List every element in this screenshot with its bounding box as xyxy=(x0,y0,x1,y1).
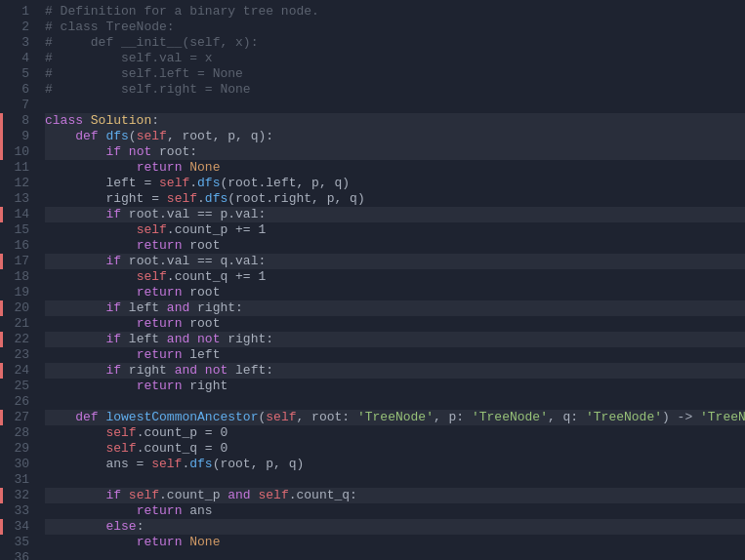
code-line: class Solution: xyxy=(45,113,745,129)
token: (root, p, q) xyxy=(213,457,305,472)
token xyxy=(45,363,105,379)
line-number: 25 xyxy=(0,379,37,394)
line-number: 27 xyxy=(0,410,37,425)
code-line: # class TreeNode: xyxy=(45,20,745,35)
code-line: right = self.dfs(root.right, p, q) xyxy=(45,191,745,207)
token: return xyxy=(137,379,190,394)
token: # self.left = None xyxy=(45,66,243,82)
token: dfs xyxy=(189,457,212,472)
line-number: 34 xyxy=(0,519,37,535)
line-number: 15 xyxy=(0,222,37,238)
token: self xyxy=(151,457,182,472)
token: (root.left, p, q) xyxy=(220,176,350,191)
line-number: 32 xyxy=(0,488,37,503)
token: if xyxy=(105,207,128,222)
token: if xyxy=(105,332,128,347)
token xyxy=(45,207,105,222)
token: self xyxy=(137,269,167,285)
token: ans xyxy=(189,503,212,519)
code-line: def dfs(self, root, p, q): xyxy=(45,129,745,144)
token: return xyxy=(137,535,190,550)
token: root.val == q.val: xyxy=(129,254,266,269)
token: and xyxy=(167,300,197,316)
token: dfs xyxy=(205,191,228,207)
token: left xyxy=(129,300,167,316)
token: self xyxy=(266,410,296,425)
token: return xyxy=(137,238,190,254)
token: 'TreeNode' xyxy=(357,410,434,425)
token xyxy=(45,503,137,519)
token: self xyxy=(159,176,189,191)
line-numbers: 1234567891011121314151617181920212223242… xyxy=(0,0,37,560)
token: left xyxy=(189,347,220,363)
token: if xyxy=(105,363,128,379)
token: and not xyxy=(175,363,235,379)
line-number: 26 xyxy=(0,394,37,410)
token: dfs xyxy=(105,129,128,144)
token xyxy=(45,316,137,332)
token: None xyxy=(189,160,220,176)
code-line: self.count_p = 0 xyxy=(45,425,745,441)
code-line: if self.count_p and self.count_q: xyxy=(45,488,745,503)
token: ( xyxy=(129,129,137,144)
line-number: 20 xyxy=(0,300,37,316)
token: .count_p = 0 xyxy=(137,425,228,441)
line-number: 1 xyxy=(0,4,37,20)
token: # self.right = None xyxy=(45,82,251,98)
code-area: # Definition for a binary tree node.# cl… xyxy=(37,0,745,560)
line-number: 18 xyxy=(0,269,37,285)
token: root xyxy=(189,238,220,254)
token: return xyxy=(137,285,190,300)
token: not xyxy=(129,144,159,160)
code-line: return None xyxy=(45,535,745,550)
token xyxy=(45,519,105,535)
token: root xyxy=(189,316,220,332)
token: right: xyxy=(228,332,273,347)
token: left xyxy=(129,332,167,347)
code-line: left = self.dfs(root.left, p, q) xyxy=(45,176,745,191)
token: .count_q = 0 xyxy=(137,441,228,457)
token: root: xyxy=(159,144,197,160)
token: # def __init__(self, x): xyxy=(45,35,258,51)
token: return xyxy=(137,316,190,332)
code-editor: 1234567891011121314151617181920212223242… xyxy=(0,0,745,560)
code-line: def lowestCommonAncestor(self, root: 'Tr… xyxy=(45,410,745,425)
line-number: 28 xyxy=(0,425,37,441)
code-line: if root.val == p.val: xyxy=(45,207,745,222)
line-number: 29 xyxy=(0,441,37,457)
token: right xyxy=(189,379,228,394)
code-line: # self.right = None xyxy=(45,82,745,98)
token xyxy=(45,160,137,176)
token: root.val == p.val: xyxy=(129,207,266,222)
code-line: if left and not right: xyxy=(45,332,745,347)
token: ) -> xyxy=(662,410,700,425)
token: 'TreeNode' xyxy=(700,410,745,425)
code-line xyxy=(45,472,745,488)
token xyxy=(45,410,75,425)
token: if xyxy=(105,144,128,160)
code-line xyxy=(45,98,745,113)
line-number: 11 xyxy=(0,160,37,176)
line-number: 5 xyxy=(0,66,37,82)
token xyxy=(45,238,137,254)
token: None xyxy=(189,535,220,550)
token: self xyxy=(105,425,136,441)
token: .count_p xyxy=(159,488,228,503)
token: def xyxy=(75,129,105,144)
code-line: # def __init__(self, x): xyxy=(45,35,745,51)
token: right xyxy=(129,363,175,379)
token: : xyxy=(137,519,145,535)
code-line: return root xyxy=(45,285,745,300)
code-line: # Definition for a binary tree node. xyxy=(45,4,745,20)
token: . xyxy=(197,191,205,207)
line-number: 36 xyxy=(0,550,37,560)
line-number: 35 xyxy=(0,535,37,550)
line-number: 14 xyxy=(0,207,37,222)
token: # class TreeNode: xyxy=(45,20,175,35)
line-number: 10 xyxy=(0,144,37,160)
code-line: self.count_q += 1 xyxy=(45,269,745,285)
line-number: 4 xyxy=(0,51,37,66)
line-number: 30 xyxy=(0,457,37,472)
line-number: 6 xyxy=(0,82,37,98)
token xyxy=(45,254,105,269)
